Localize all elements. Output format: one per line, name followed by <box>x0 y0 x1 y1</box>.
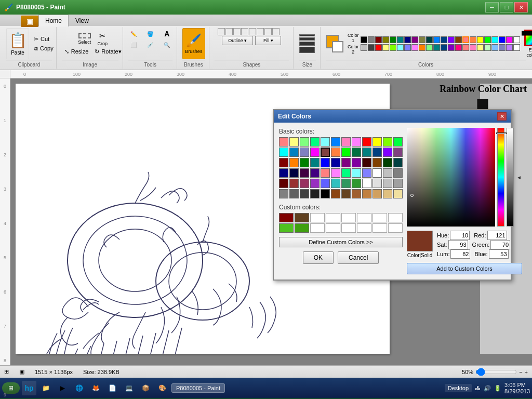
shape-penta[interactable] <box>264 28 272 35</box>
bc-72[interactable] <box>393 189 403 198</box>
bc-31[interactable] <box>341 158 351 167</box>
bc-64[interactable] <box>310 189 320 198</box>
bc-17-selected[interactable] <box>321 148 330 157</box>
bc-7[interactable] <box>341 137 351 147</box>
swatch-selected[interactable] <box>462 36 469 43</box>
hue-input[interactable] <box>450 231 470 240</box>
bc-24[interactable] <box>393 148 403 157</box>
shape-ellipse[interactable] <box>241 28 248 35</box>
swatch-blue[interactable] <box>433 36 440 43</box>
ok-button[interactable]: OK <box>303 251 334 264</box>
bc-65[interactable] <box>321 189 330 198</box>
bc-21[interactable] <box>362 148 371 157</box>
size-thick[interactable] <box>299 42 315 46</box>
bc-35[interactable] <box>383 158 392 167</box>
swatch-green[interactable] <box>390 36 396 43</box>
bc-13[interactable] <box>279 148 288 157</box>
swatch-honeydew[interactable] <box>484 44 491 51</box>
bc-28[interactable] <box>310 158 320 167</box>
bc-11[interactable] <box>383 137 392 147</box>
size-medium[interactable] <box>299 37 315 41</box>
bc-19[interactable] <box>341 148 351 157</box>
edit-colors-dialog[interactable]: Edit Colors ✕ Basic colors: <box>273 109 512 281</box>
rotate-button[interactable]: ↻ Rotate▾ <box>92 47 124 56</box>
swatch-hotpink[interactable] <box>455 44 462 51</box>
bc-43[interactable] <box>341 168 351 178</box>
swatch-darkblue3[interactable] <box>441 44 447 51</box>
swatch-cornflower[interactable] <box>491 44 498 51</box>
add-to-custom-colors-button[interactable]: Add to Custom Colors <box>407 263 522 274</box>
shape-curve[interactable] <box>218 28 225 35</box>
cc-2[interactable] <box>295 213 309 222</box>
bc-68[interactable] <box>352 189 361 198</box>
taskbar-icon-pdf[interactable]: 📄 <box>105 381 119 395</box>
cc-3[interactable] <box>310 213 325 222</box>
define-custom-colors-button[interactable]: Define Custom Colors >> <box>279 237 403 247</box>
bc-26[interactable] <box>289 158 299 167</box>
shape-rect[interactable] <box>225 28 233 35</box>
swatch-cyan[interactable] <box>491 36 498 43</box>
bc-67[interactable] <box>341 189 351 198</box>
bc-36[interactable] <box>393 158 403 167</box>
copy-button[interactable]: ⧉ Copy <box>31 44 56 53</box>
cc-5[interactable] <box>341 213 356 222</box>
taskbar-icon-app1[interactable]: 💻 <box>122 381 136 395</box>
swatch-pink[interactable] <box>411 44 418 51</box>
bc-25[interactable] <box>279 158 288 167</box>
bc-16[interactable] <box>310 148 320 157</box>
luminance-strip[interactable] <box>507 128 514 227</box>
swatch-lightgreen[interactable] <box>426 44 433 51</box>
swatch-lightyellow2[interactable] <box>477 44 484 51</box>
pencil-button[interactable]: ✏️ <box>126 28 141 39</box>
swatch-white[interactable] <box>513 36 520 43</box>
bc-33[interactable] <box>362 158 371 167</box>
bc-39[interactable] <box>300 168 309 178</box>
bc-49[interactable] <box>279 179 288 188</box>
cc-12[interactable] <box>326 223 340 233</box>
cc-8[interactable] <box>388 213 403 222</box>
lum-input[interactable] <box>450 249 470 259</box>
file-button[interactable]: ▣ <box>21 16 38 27</box>
maximize-button[interactable]: □ <box>500 2 513 12</box>
swatch-darkred[interactable] <box>375 36 382 43</box>
bc-62[interactable] <box>289 189 299 198</box>
green-input[interactable] <box>490 240 510 249</box>
bc-5[interactable] <box>321 137 330 147</box>
size-thickest[interactable] <box>299 47 315 53</box>
swatch-olive[interactable] <box>382 36 389 43</box>
bc-8[interactable] <box>352 137 361 147</box>
swatch-orange[interactable] <box>419 44 425 51</box>
taskbar-icon-app2[interactable]: 📦 <box>138 381 153 395</box>
cc-10[interactable] <box>295 223 309 233</box>
cc-16[interactable] <box>388 223 403 233</box>
brushes-button[interactable]: 🖌️ Brushes <box>182 28 205 59</box>
bc-15[interactable] <box>300 148 309 157</box>
cc-11[interactable] <box>310 223 325 233</box>
bc-9[interactable] <box>362 137 371 147</box>
red-input[interactable] <box>487 231 507 240</box>
swatch-salmon[interactable] <box>470 36 476 43</box>
outline-button[interactable]: Outline ▾ <box>222 36 253 45</box>
magnify-button[interactable]: 🔍 <box>159 41 175 49</box>
tab-view[interactable]: View <box>69 15 96 26</box>
swatch-purple[interactable] <box>411 36 418 43</box>
bc-44[interactable] <box>352 168 361 178</box>
swatch-red[interactable] <box>375 44 382 51</box>
bc-66[interactable] <box>331 189 340 198</box>
bc-56[interactable] <box>352 179 361 188</box>
shape-diamond[interactable] <box>257 28 264 35</box>
bc-47[interactable] <box>383 168 392 178</box>
bc-12[interactable] <box>393 137 403 147</box>
swatch-violet[interactable] <box>448 36 455 43</box>
swatch-chartreuse[interactable] <box>390 44 396 51</box>
expand-arrow[interactable]: ◄ <box>516 128 522 227</box>
bc-29[interactable] <box>321 158 330 167</box>
bc-52[interactable] <box>310 179 320 188</box>
bc-20[interactable] <box>352 148 361 157</box>
eyedropper-button[interactable]: 💉 <box>142 41 158 49</box>
swatch-silver[interactable] <box>361 44 367 51</box>
swatch-teal[interactable] <box>397 36 404 43</box>
bc-54[interactable] <box>331 179 340 188</box>
bc-59[interactable] <box>383 179 392 188</box>
swatch-teal2[interactable] <box>433 44 440 51</box>
